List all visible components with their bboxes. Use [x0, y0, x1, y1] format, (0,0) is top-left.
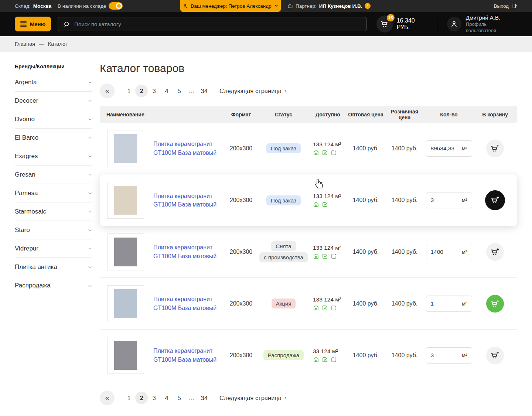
page-number[interactable]: 34 [198, 392, 211, 404]
add-to-cart-button[interactable] [486, 347, 504, 364]
quantity-input[interactable] [431, 352, 457, 359]
breadcrumb-home[interactable]: Главная [15, 41, 35, 47]
pagination-prev-button[interactable]: « [100, 391, 115, 405]
chevron-down-icon [88, 246, 92, 251]
warehouse-stock-icon [313, 357, 319, 363]
product-thumbnail[interactable] [107, 182, 144, 219]
page-content: Бренды/Коллекции Argenta Decocer Dvomo E… [0, 52, 532, 413]
in-stock-toggle[interactable] [109, 2, 123, 10]
add-to-cart-button[interactable] [486, 140, 504, 157]
product-link[interactable]: Плитка керамогранит GT100M База матовый [153, 140, 217, 157]
product-link[interactable]: Плитка керамогранит GT100M База матовый [153, 243, 217, 260]
sidebar-item-el-barco[interactable]: El Barco [15, 129, 92, 147]
col-name: Наименование [100, 112, 224, 117]
header-divider [438, 17, 438, 31]
warning-icon[interactable]: ! [365, 3, 371, 9]
product-thumbnail[interactable] [107, 233, 144, 270]
table-row: Плитка керамогранит GT100M База матовый … [100, 278, 517, 330]
product-thumbnail[interactable] [107, 130, 144, 167]
retail-price: 1400 руб. [384, 300, 425, 307]
quantity-input[interactable] [431, 197, 457, 204]
wholesale-price: 1400 руб. [347, 352, 384, 359]
page-title: Каталог товаров [100, 62, 517, 75]
wholesale-price: 1400 руб. [347, 249, 384, 255]
quantity-input[interactable] [431, 145, 457, 152]
catalog-main: Каталог товаров « 1 2 3 4 5 … 34 Следующ… [100, 61, 517, 413]
quantity-field: м² [426, 140, 472, 157]
quantity-unit: м² [462, 197, 467, 203]
col-wholesale: Оптовая цена [347, 112, 384, 117]
status-line: Снята [271, 241, 296, 251]
page-number[interactable]: 3 [148, 392, 160, 404]
partner-value: ИП Кузнецов И.В. [319, 3, 362, 9]
next-page-link[interactable]: Следующая страница › [219, 87, 287, 95]
pagination-pages: 1 2 3 4 5 … 34 [123, 85, 211, 97]
quantity-field: м² [426, 244, 472, 260]
logout-button[interactable]: Выход [494, 0, 517, 12]
sidebar-item-plitka-antika[interactable]: Плитка антика [15, 258, 92, 276]
page-number[interactable]: 1 [123, 85, 135, 97]
add-to-cart-button[interactable] [485, 190, 505, 210]
available-check-icon [322, 357, 328, 363]
quantity-input[interactable] [431, 300, 457, 307]
manager-button[interactable]: Ваш менеджер: Петров Александр [180, 0, 281, 12]
page-number[interactable]: 5 [173, 392, 185, 404]
add-to-cart-button[interactable] [486, 243, 504, 261]
page-number[interactable]: 1 [123, 392, 135, 404]
warehouse-selector[interactable]: Склад: Москва [15, 0, 51, 12]
sidebar-heading: Бренды/Коллекции [15, 61, 92, 73]
product-thumbnail[interactable] [107, 285, 144, 322]
sidebar-item-pamesa[interactable]: Pamesa [15, 184, 92, 202]
pagination-prev-button[interactable]: « [100, 83, 115, 98]
available-quantity: 133 124 м² [313, 193, 341, 199]
quantity-input[interactable] [431, 249, 457, 255]
search-bar [58, 17, 366, 31]
sidebar-item-vidrepur[interactable]: Vidrepur [15, 239, 92, 258]
sidebar-item-argenta[interactable]: Argenta [15, 73, 92, 92]
sidebar-item-exagres[interactable]: Exagres [15, 147, 92, 166]
product-link[interactable]: Плитка керамогранит GT100M База матовый [153, 295, 217, 312]
page-number[interactable]: 5 [173, 85, 185, 97]
pagination-pages: 1 2 3 4 5 … 34 [123, 392, 211, 404]
product-link[interactable]: Плитка керамогранит GT100M База матовый [153, 192, 217, 209]
available-quantity: 133 124 м² [313, 141, 341, 147]
product-thumbnail[interactable] [107, 337, 144, 374]
page-number[interactable]: 3 [148, 85, 160, 97]
sidebar-item-dvomo[interactable]: Dvomo [15, 110, 92, 129]
sidebar-item-rasprodazha[interactable]: Распродажа [15, 276, 92, 295]
chevron-down-icon [274, 3, 279, 9]
search-input[interactable] [74, 21, 361, 27]
quantity-unit: м² [462, 146, 467, 151]
format-value: 200x300 [224, 249, 259, 255]
sidebar-item-staro[interactable]: Staro [15, 221, 92, 239]
table-header: Наименование Формат Статус Доступно Опто… [100, 106, 517, 123]
available-quantity: 133 124 м² [313, 245, 341, 251]
page-number-current[interactable]: 2 [135, 392, 148, 404]
page-number-current[interactable]: 2 [135, 85, 148, 97]
quantity-unit: м² [462, 352, 467, 358]
sidebar-item-starmosaic[interactable]: Starmosaic [15, 202, 92, 221]
menu-button[interactable]: Меню [15, 17, 51, 31]
page-number[interactable]: 4 [160, 392, 173, 404]
product-link[interactable]: Плитка керамогранит GT100M База матовый [153, 347, 217, 364]
status-line: Под заказ [266, 195, 301, 205]
cart-button[interactable]: 15 16.340 РУБ. [376, 16, 429, 33]
sidebar-item-label: Vidrepur [15, 245, 38, 252]
sidebar-item-gresan[interactable]: Gresan [15, 166, 92, 184]
quantity-unit: м² [462, 249, 467, 255]
col-retail: Розничная цена [384, 109, 425, 120]
page-number[interactable]: 34 [198, 85, 211, 97]
main-header: Меню 15 16.340 РУБ. Дмитрий А.В. Профиль… [0, 12, 532, 36]
brands-sidebar: Бренды/Коллекции Argenta Decocer Dvomo E… [15, 61, 92, 413]
in-stock-filter: В наличии на складе [58, 0, 123, 12]
next-page-link[interactable]: Следующая страница › [219, 394, 287, 402]
format-value: 200x300 [224, 197, 259, 204]
page-number[interactable]: 4 [160, 85, 173, 97]
status-line: с производства [259, 252, 308, 262]
table-row-highlighted: Плитка керамогранит GT100M База матовый … [100, 174, 517, 226]
sidebar-item-decocer[interactable]: Decocer [15, 92, 92, 110]
cart-icon: 15 [376, 16, 393, 33]
user-profile[interactable]: Дмитрий А.В. Профиль пользователя [447, 14, 517, 34]
unavailable-icon [331, 253, 337, 259]
add-to-cart-button[interactable] [486, 295, 504, 313]
